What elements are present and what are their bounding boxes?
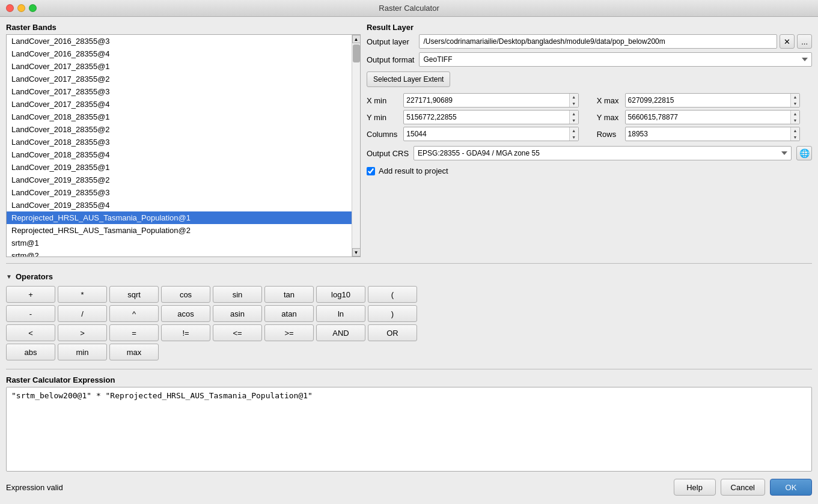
selected-layer-extent-button[interactable]: Selected Layer Extent <box>367 71 450 87</box>
band-item[interactable]: LandCover_2017_28355@1 <box>7 60 352 73</box>
output-format-select[interactable]: GeoTIFF HDF5 NetCDF ENVI <box>419 52 812 67</box>
operator-button-min[interactable]: min <box>58 344 107 360</box>
operator-button-AND[interactable]: AND <box>316 324 365 341</box>
operator-button-[interactable]: >= <box>264 324 314 341</box>
band-item[interactable]: LandCover_2018_28355@2 <box>7 123 352 136</box>
operator-button-[interactable]: ^ <box>109 305 159 322</box>
band-item[interactable]: LandCover_2019_28355@4 <box>7 199 352 211</box>
band-item[interactable]: LandCover_2016_28355@4 <box>7 47 352 60</box>
band-item[interactable]: srtm@1 <box>7 237 352 249</box>
operator-button-[interactable]: != <box>161 324 210 341</box>
operators-row: +*sqrtcossintanlog10( <box>6 286 812 303</box>
band-item[interactable]: Reprojected_HRSL_AUS_Tasmania_Population… <box>7 224 352 237</box>
band-item[interactable]: LandCover_2019_28355@2 <box>7 174 352 186</box>
operator-button-[interactable]: ) <box>368 305 417 322</box>
x-min-down[interactable]: ▼ <box>570 100 578 107</box>
scroll-thumb[interactable] <box>353 44 360 62</box>
y-min-input[interactable] <box>404 113 569 121</box>
band-item[interactable]: LandCover_2017_28355@2 <box>7 73 352 85</box>
operator-button-ln[interactable]: ln <box>316 305 365 322</box>
rows-label: Rows <box>597 130 619 139</box>
columns-up[interactable]: ▲ <box>570 127 578 134</box>
operator-button-[interactable]: = <box>109 324 159 341</box>
bottom-buttons: Help Cancel OK <box>674 479 812 496</box>
y-max-down[interactable]: ▼ <box>791 117 799 124</box>
operator-button-abs[interactable]: abs <box>6 344 55 360</box>
operator-button-acos[interactable]: acos <box>161 305 210 322</box>
raster-bands-panel: Raster Bands LandCover_2016_28355@3LandC… <box>6 23 361 257</box>
band-item[interactable]: Reprojected_HRSL_AUS_Tasmania_Population… <box>7 211 352 224</box>
output-layer-input[interactable] <box>419 34 777 49</box>
x-max-up[interactable]: ▲ <box>791 94 799 100</box>
operator-button-[interactable]: < <box>6 324 55 341</box>
x-min-input[interactable] <box>404 96 569 105</box>
x-max-label: X max <box>597 96 619 105</box>
top-panels: Raster Bands LandCover_2016_28355@3LandC… <box>6 23 812 257</box>
operator-button-tan[interactable]: tan <box>264 286 314 303</box>
operator-button-OR[interactable]: OR <box>368 324 417 341</box>
band-item[interactable]: srtm@2 <box>7 249 352 257</box>
band-item[interactable]: LandCover_2018_28355@1 <box>7 111 352 123</box>
y-min-up[interactable]: ▲ <box>570 111 578 117</box>
expression-textarea[interactable] <box>6 387 812 472</box>
y-max-input[interactable] <box>626 113 790 121</box>
band-item[interactable]: LandCover_2017_28355@4 <box>7 98 352 111</box>
operator-button-[interactable]: <= <box>213 324 262 341</box>
close-button[interactable] <box>6 4 14 12</box>
add-result-label: Add result to project <box>379 166 448 175</box>
x-max-input-group: ▲ ▼ <box>625 93 800 108</box>
operator-button-asin[interactable]: asin <box>213 305 262 322</box>
columns-down[interactable]: ▼ <box>570 134 578 141</box>
columns-input[interactable] <box>404 130 569 138</box>
output-crs-select[interactable]: EPSG:28355 - GDA94 / MGA zone 55 <box>414 146 792 160</box>
operators-title: Operators <box>16 272 53 281</box>
x-min-up[interactable]: ▲ <box>570 94 578 100</box>
x-max-input[interactable] <box>626 96 790 105</box>
add-result-checkbox[interactable] <box>367 167 375 175</box>
operator-button-[interactable]: > <box>58 324 107 341</box>
minimize-button[interactable] <box>17 4 25 12</box>
band-item[interactable]: LandCover_2016_28355@3 <box>7 35 352 47</box>
band-item[interactable]: LandCover_2019_28355@1 <box>7 161 352 174</box>
operator-button-[interactable]: + <box>6 286 55 303</box>
clear-output-btn[interactable]: ✕ <box>780 34 795 49</box>
operator-button-[interactable]: * <box>58 286 107 303</box>
operator-button-[interactable]: - <box>6 305 55 322</box>
operator-button-sin[interactable]: sin <box>213 286 262 303</box>
y-max-up[interactable]: ▲ <box>791 111 799 117</box>
operator-button-max[interactable]: max <box>109 344 159 360</box>
browse-output-btn[interactable]: ... <box>797 34 812 49</box>
y-min-down[interactable]: ▼ <box>570 117 578 124</box>
x-max-down[interactable]: ▼ <box>791 100 799 107</box>
band-item[interactable]: LandCover_2019_28355@3 <box>7 186 352 199</box>
rows-input[interactable] <box>626 130 790 138</box>
operator-button-sqrt[interactable]: sqrt <box>109 286 159 303</box>
y-max-input-group: ▲ ▼ <box>625 110 800 124</box>
crs-globe-button[interactable]: 🌐 <box>796 146 812 160</box>
band-item[interactable]: LandCover_2018_28355@3 <box>7 136 352 148</box>
rows-up[interactable]: ▲ <box>791 127 799 134</box>
operators-header[interactable]: ▼ Operators <box>6 270 812 284</box>
ok-button[interactable]: OK <box>770 479 812 496</box>
cancel-button[interactable]: Cancel <box>721 479 765 496</box>
add-result-row: Add result to project <box>367 166 812 175</box>
divider-1 <box>6 263 812 264</box>
rows-down[interactable]: ▼ <box>791 134 799 141</box>
band-item[interactable]: LandCover_2017_28355@3 <box>7 85 352 98</box>
bands-list[interactable]: LandCover_2016_28355@3LandCover_2016_283… <box>7 35 352 257</box>
operator-button-atan[interactable]: atan <box>264 305 314 322</box>
operators-section: ▼ Operators +*sqrtcossintanlog10(-/^acos… <box>6 270 812 363</box>
scroll-up-arrow[interactable]: ▲ <box>352 35 361 43</box>
operator-button-log10[interactable]: log10 <box>316 286 365 303</box>
operator-button-[interactable]: ( <box>368 286 417 303</box>
y-max-label: Y max <box>597 113 619 122</box>
y-min-input-group: ▲ ▼ <box>403 110 578 124</box>
maximize-button[interactable] <box>29 4 37 12</box>
window-controls <box>6 4 37 12</box>
help-button[interactable]: Help <box>674 479 716 496</box>
scroll-down-arrow[interactable]: ▼ <box>352 248 361 257</box>
operator-button-cos[interactable]: cos <box>161 286 210 303</box>
operator-button-[interactable]: / <box>58 305 107 322</box>
main-container: Raster Bands LandCover_2016_28355@3LandC… <box>0 17 818 504</box>
band-item[interactable]: LandCover_2018_28355@4 <box>7 148 352 161</box>
